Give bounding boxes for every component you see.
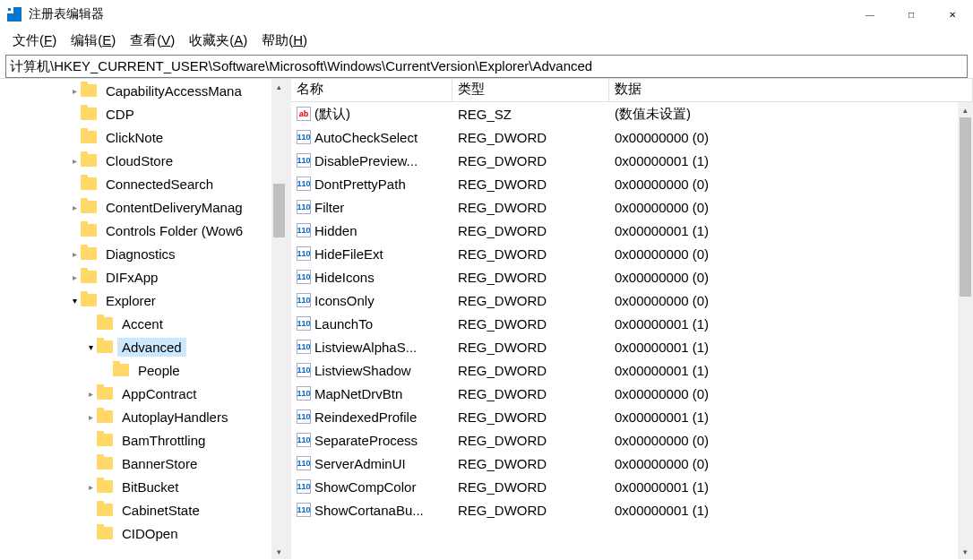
tree-item[interactable]: Diagnostics xyxy=(0,242,287,265)
tree-item[interactable]: AppContract xyxy=(0,382,287,405)
menu-help[interactable]: 帮助(H) xyxy=(256,30,313,51)
tree-item[interactable]: ConnectedSearch xyxy=(0,172,287,195)
list-row[interactable]: 110ListviewAlphaS...REG_DWORD0x00000001 … xyxy=(291,335,973,358)
tree-item[interactable]: BannerStore xyxy=(0,452,287,475)
dword-value-icon: 110 xyxy=(297,177,311,191)
tree-item[interactable]: AutoplayHandlers xyxy=(0,405,287,428)
list-row[interactable]: 110DisablePreview...REG_DWORD0x00000001 … xyxy=(291,149,973,172)
folder-icon xyxy=(97,410,113,423)
list-row[interactable]: 110HiddenREG_DWORD0x00000001 (1) xyxy=(291,219,973,242)
value-name: MapNetDrvBtn xyxy=(314,386,402,401)
chevron-right-icon[interactable] xyxy=(84,482,97,492)
menu-view[interactable]: 查看(V) xyxy=(125,30,180,51)
header-name[interactable]: 名称 xyxy=(291,79,452,101)
dword-value-icon: 110 xyxy=(297,363,311,377)
scroll-thumb[interactable] xyxy=(960,117,971,297)
value-data: 0x00000000 (0) xyxy=(609,246,973,262)
scroll-up-icon[interactable]: ▴ xyxy=(271,79,287,94)
tree-item[interactable]: ClickNote xyxy=(0,125,287,149)
chevron-down-icon[interactable] xyxy=(84,342,97,352)
value-data: 0x00000000 (0) xyxy=(609,386,973,401)
tree-item[interactable]: CabinetState xyxy=(0,498,287,521)
list-row[interactable]: ab(默认)REG_SZ(数值未设置) xyxy=(291,102,973,125)
value-name: DontPrettyPath xyxy=(314,177,406,192)
tree-item[interactable]: BitBucket xyxy=(0,475,287,498)
dword-value-icon: 110 xyxy=(297,130,311,144)
list-row[interactable]: 110ReindexedProfileREG_DWORD0x00000001 (… xyxy=(291,405,973,428)
value-type: REG_DWORD xyxy=(452,503,609,518)
list-row[interactable]: 110HideIconsREG_DWORD0x00000000 (0) xyxy=(291,265,973,289)
tree-item[interactable]: CloudStore xyxy=(0,149,287,172)
list-row[interactable]: 110HideFileExtREG_DWORD0x00000000 (0) xyxy=(291,242,973,265)
tree-item[interactable]: Advanced xyxy=(0,335,287,358)
scroll-down-icon[interactable]: ▾ xyxy=(958,544,973,559)
scroll-thumb[interactable] xyxy=(273,184,285,237)
tree-item[interactable]: DIFxApp xyxy=(0,265,287,289)
window-title: 注册表编辑器 xyxy=(29,6,849,22)
tree-pane[interactable]: CapabilityAccessManaCDPClickNoteCloudSto… xyxy=(0,79,287,559)
tree-item[interactable]: CDP xyxy=(0,102,287,125)
tree-item-label: ConnectedSearch xyxy=(102,176,217,193)
list-row[interactable]: 110IconsOnlyREG_DWORD0x00000000 (0) xyxy=(291,289,973,312)
chevron-right-icon[interactable] xyxy=(68,249,81,259)
tree-scrollbar[interactable]: ▴ ▾ xyxy=(271,79,287,559)
folder-icon xyxy=(97,434,113,446)
scroll-track[interactable] xyxy=(958,117,973,544)
value-name: AutoCheckSelect xyxy=(314,130,418,145)
address-bar[interactable]: 计算机\HKEY_CURRENT_USER\Software\Microsoft… xyxy=(5,55,968,78)
chevron-right-icon[interactable] xyxy=(84,412,97,422)
scroll-up-icon[interactable]: ▴ xyxy=(958,102,973,117)
value-name: IconsOnly xyxy=(314,293,375,308)
dword-value-icon: 110 xyxy=(297,246,311,261)
menu-edit[interactable]: 编辑(E) xyxy=(65,30,121,51)
value-name: Filter xyxy=(314,200,344,215)
list-row[interactable]: 110AutoCheckSelectREG_DWORD0x00000000 (0… xyxy=(291,125,973,149)
scroll-down-icon[interactable]: ▾ xyxy=(271,544,287,559)
list-row[interactable]: 110ListviewShadowREG_DWORD0x00000001 (1) xyxy=(291,358,973,382)
folder-icon xyxy=(97,480,113,493)
chevron-right-icon[interactable] xyxy=(84,389,97,399)
chevron-right-icon[interactable] xyxy=(68,202,81,212)
tree-item[interactable]: CapabilityAccessMana xyxy=(0,79,287,102)
list-row[interactable]: 110MapNetDrvBtnREG_DWORD0x00000000 (0) xyxy=(291,382,973,405)
list-row[interactable]: 110FilterREG_DWORD0x00000000 (0) xyxy=(291,195,973,219)
close-button[interactable]: ✕ xyxy=(932,0,973,29)
tree-item[interactable]: CIDOpen xyxy=(0,521,287,545)
folder-icon xyxy=(81,247,97,260)
header-type[interactable]: 类型 xyxy=(452,79,609,101)
value-type: REG_DWORD xyxy=(452,386,609,401)
tree-item-label: BitBucket xyxy=(118,478,182,495)
header-data[interactable]: 数据 xyxy=(609,79,973,101)
list-row[interactable]: 110ServerAdminUIREG_DWORD0x00000000 (0) xyxy=(291,452,973,475)
tree-item[interactable]: ContentDeliveryManag xyxy=(0,195,287,219)
list-row[interactable]: 110SeparateProcessREG_DWORD0x00000000 (0… xyxy=(291,428,973,452)
list-scrollbar[interactable]: ▴ ▾ xyxy=(958,102,973,559)
value-name: ListviewShadow xyxy=(314,363,411,378)
value-type: REG_DWORD xyxy=(452,479,609,495)
list-row[interactable]: 110ShowCompColorREG_DWORD0x00000001 (1) xyxy=(291,475,973,498)
list-row[interactable]: 110LaunchToREG_DWORD0x00000001 (1) xyxy=(291,312,973,335)
scroll-track[interactable] xyxy=(271,94,287,544)
value-name: LaunchTo xyxy=(314,316,373,332)
value-data: 0x00000001 (1) xyxy=(609,479,973,495)
maximize-button[interactable]: □ xyxy=(891,0,932,29)
chevron-down-icon[interactable] xyxy=(68,296,81,306)
list-pane[interactable]: 名称 类型 数据 ab(默认)REG_SZ(数值未设置)110AutoCheck… xyxy=(291,79,973,559)
value-data: 0x00000001 (1) xyxy=(609,409,973,425)
chevron-right-icon[interactable] xyxy=(68,156,81,166)
tree-item[interactable]: Explorer xyxy=(0,289,287,312)
chevron-right-icon[interactable] xyxy=(68,86,81,96)
tree-item[interactable]: Accent xyxy=(0,312,287,335)
value-data: 0x00000001 (1) xyxy=(609,153,973,168)
list-row[interactable]: 110ShowCortanaBu...REG_DWORD0x00000001 (… xyxy=(291,498,973,521)
titlebar[interactable]: 注册表编辑器 — □ ✕ xyxy=(0,0,973,29)
chevron-right-icon[interactable] xyxy=(68,272,81,282)
list-row[interactable]: 110DontPrettyPathREG_DWORD0x00000000 (0) xyxy=(291,172,973,195)
tree-item[interactable]: BamThrottling xyxy=(0,428,287,452)
menu-favorites[interactable]: 收藏夹(A) xyxy=(184,30,253,51)
menu-file[interactable]: 文件(F) xyxy=(7,30,62,51)
tree-item[interactable]: People xyxy=(0,358,287,382)
tree-item[interactable]: Controls Folder (Wow6 xyxy=(0,219,287,242)
minimize-button[interactable]: — xyxy=(849,0,891,29)
folder-icon xyxy=(81,154,97,167)
